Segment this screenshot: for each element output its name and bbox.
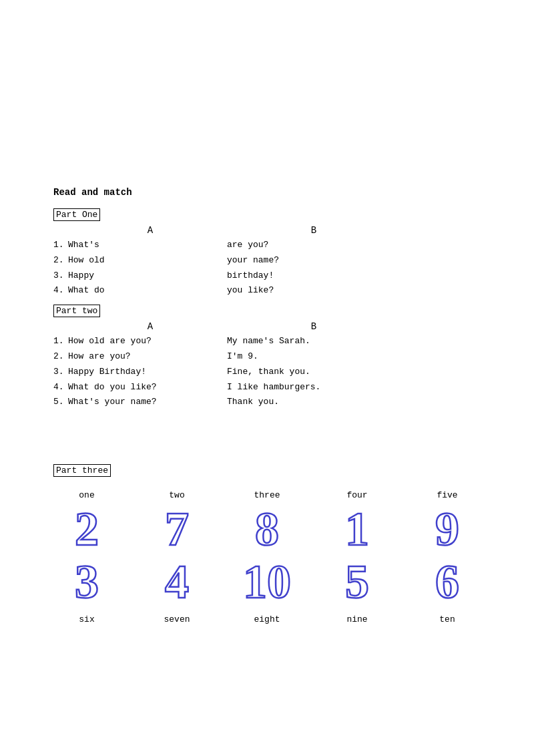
part-two-b-row: I like hamburgers. [227, 381, 400, 395]
part-one-b-row: are you? [227, 238, 400, 252]
big-number-top: 9 [414, 503, 481, 556]
number-bottom-label: nine [324, 614, 390, 624]
number-bottom-label: eight [234, 614, 300, 624]
col-b-header-1: B [227, 225, 400, 236]
part-two-b-row: I'm 9. [227, 350, 400, 364]
part-two-a-row: 5.What's your name? [53, 395, 227, 409]
part-two-a-row: 3.Happy Birthday! [53, 365, 227, 379]
number-bottom-label: six [53, 614, 120, 624]
part-one-label: Part One [53, 208, 100, 221]
part-two-b-row: Fine, thank you. [227, 365, 400, 379]
big-number-top: 8 [234, 503, 300, 556]
part-two-a-row: 2.How are you? [53, 350, 227, 364]
part-two-a-row: 1.How old are you? [53, 335, 227, 349]
part-two-a-row: 4.What do you like? [53, 381, 227, 395]
part-two-b-row: Thank you. [227, 395, 400, 409]
number-top-label: one [53, 490, 120, 500]
big-number-bottom: 10 [234, 556, 300, 608]
part-three-label: Part three [53, 464, 111, 477]
part-one-a-row: 4.What do [53, 284, 227, 298]
part-two-b-row: My name's Sarah. [227, 335, 400, 349]
part-one-b-row: you like? [227, 284, 400, 298]
col-a-header-1: A [53, 225, 227, 236]
number-top-label: two [144, 490, 210, 500]
big-number-top: 1 [324, 503, 390, 556]
number-top-label: four [324, 490, 390, 500]
big-number-bottom: 4 [144, 556, 210, 608]
part-one-b-row: your name? [227, 254, 400, 268]
part-one-b-row: birthday! [227, 269, 400, 283]
part-one-a-row: 1.What's [53, 238, 227, 252]
big-number-top: 7 [144, 503, 210, 556]
read-and-match-title: Read and match [53, 187, 481, 198]
number-bottom-label: ten [414, 614, 481, 624]
big-number-bottom: 5 [324, 556, 390, 608]
number-top-label: five [414, 490, 481, 500]
part-one-a-row: 3.Happy [53, 269, 227, 283]
number-top-label: three [234, 490, 300, 500]
big-number-bottom: 6 [414, 556, 481, 608]
col-a-header-2: A [53, 321, 227, 332]
col-b-header-2: B [227, 321, 400, 332]
number-bottom-label: seven [144, 614, 210, 624]
big-number-bottom: 3 [53, 556, 120, 608]
part-one-a-row: 2.How old [53, 254, 227, 268]
big-number-top: 2 [53, 503, 120, 556]
part-two-label: Part two [53, 305, 100, 317]
